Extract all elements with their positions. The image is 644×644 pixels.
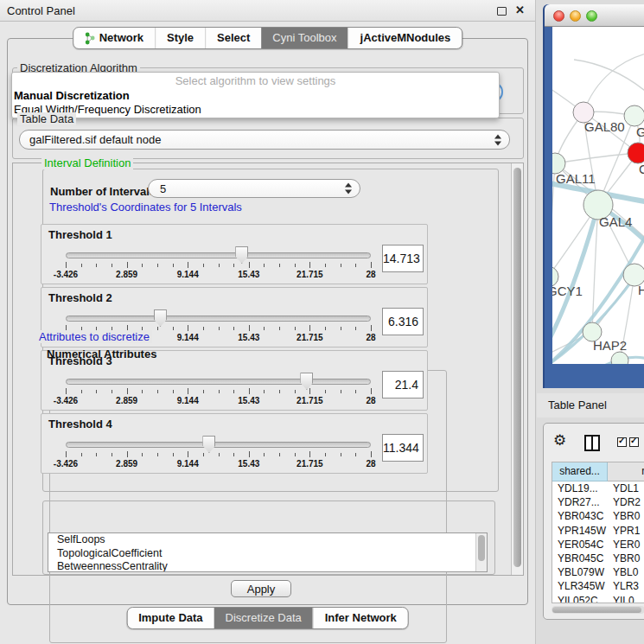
slider-tick: [96, 264, 97, 267]
table-row[interactable]: YBR045CYBR0: [552, 552, 644, 565]
slider-thumb[interactable]: [202, 436, 215, 453]
float-window-icon[interactable]: [497, 7, 507, 16]
threshold-label: Threshold 1: [48, 228, 112, 241]
table-row[interactable]: YBL079WYBL0: [552, 565, 644, 579]
table-data-label: Table Data: [17, 112, 76, 125]
tab-infer-network[interactable]: Infer Network: [313, 608, 408, 628]
slider-tick: [203, 327, 204, 330]
slider-tick: [279, 264, 280, 267]
slider-tick: [355, 453, 356, 456]
node-attribute-table[interactable]: shared... n YDL19...YDL1YDR27...YDR2YBR0…: [552, 462, 644, 603]
tab-cyni-toolbox[interactable]: Cyni Toolbox: [261, 28, 348, 48]
popup-option-equal-width-frequency-discretization[interactable]: Equal Width/Frequency Discretization: [12, 103, 499, 117]
table-row[interactable]: YIL052CYIL0: [552, 594, 644, 604]
table-row[interactable]: YDR27...YDR2: [552, 495, 644, 509]
zoom-traffic-icon[interactable]: [586, 10, 597, 22]
slider-tick-label: 2.859: [116, 459, 137, 469]
network-edge[interactable]: [574, 60, 644, 94]
node-label-gal11: GAL11: [556, 171, 596, 186]
close-icon[interactable]: [515, 0, 525, 21]
slider-tick: [341, 264, 341, 267]
slider-tick-label: -3.426: [54, 459, 78, 469]
minimize-traffic-icon[interactable]: [570, 10, 581, 22]
slider-track[interactable]: [66, 316, 371, 322]
table-row[interactable]: YLR345WYLR3: [552, 579, 644, 593]
tab-impute-data[interactable]: Impute Data: [127, 608, 214, 628]
slider-tick: [371, 262, 372, 268]
threshold-value-field[interactable]: 14.713: [382, 245, 424, 272]
table-cell: YDR2: [608, 495, 644, 509]
network-edge[interactable]: [555, 153, 638, 163]
slider-tick: [264, 390, 265, 393]
slider-tick-label: 21.715: [296, 459, 323, 469]
threshold-value-field[interactable]: 21.4: [382, 371, 424, 399]
threshold-value-field[interactable]: 11.344: [382, 434, 424, 462]
attribute-item-topologicalcoefficient[interactable]: TopologicalCoefficient: [48, 547, 487, 561]
slider-tick: [249, 325, 250, 331]
checkbox-icon[interactable]: [629, 437, 639, 447]
numerical-attributes-list[interactable]: SelfLoopsTopologicalCoefficientBetweenne…: [48, 532, 488, 572]
combo-spinner-icon[interactable]: [345, 183, 352, 194]
network-edge[interactable]: [583, 53, 644, 112]
column-header-name[interactable]: n: [608, 462, 644, 481]
apply-button[interactable]: Apply: [231, 580, 291, 597]
popup-option-manual-discretization[interactable]: Manual Discretization: [12, 89, 499, 103]
column-header-shared[interactable]: shared...: [552, 462, 608, 481]
table-row[interactable]: YER054CYER0: [552, 538, 644, 552]
slider-thumb[interactable]: [300, 373, 313, 390]
table-data-value: galFiltered.sif default node: [29, 131, 161, 149]
tab-style[interactable]: Style: [155, 28, 205, 48]
numerical-attributes-label: Numerical Attributes: [47, 348, 156, 360]
tab-select[interactable]: Select: [205, 28, 261, 48]
node-label-hap2: HAP2: [593, 338, 627, 353]
slider-tick-label: 21.715: [296, 396, 323, 405]
close-traffic-icon[interactable]: [553, 10, 564, 22]
node-label-ga: GA: [636, 124, 644, 139]
table-data-combobox[interactable]: galFiltered.sif default node: [19, 130, 510, 150]
network-node-ga[interactable]: [624, 105, 644, 126]
table-row[interactable]: YPR145WYPR1: [552, 524, 644, 538]
slider-tick: [341, 327, 341, 330]
split-column-icon[interactable]: [584, 435, 600, 451]
number-of-intervals-combobox[interactable]: 5: [148, 179, 360, 198]
slider-tick-label: -3.426: [54, 270, 78, 279]
horizontal-scrollbar[interactable]: [552, 606, 644, 614]
tab-discretize-data[interactable]: Discretize Data: [214, 608, 313, 628]
node-label-gal4: GAL4: [599, 214, 632, 229]
slider-tick: [188, 388, 188, 394]
list-scrollbar[interactable]: [475, 533, 487, 571]
table-row[interactable]: YDL19...YDL1: [552, 481, 644, 495]
slider-track[interactable]: [66, 252, 371, 258]
tab-jactivemnodules[interactable]: jActiveMNodules: [348, 28, 462, 48]
threshold-panels: Threshold 1 -3.4262.8599.14415.4321.7152…: [36, 207, 434, 480]
attribute-items: SelfLoopsTopologicalCoefficientBetweenne…: [48, 533, 487, 572]
scrollbar-thumb[interactable]: [478, 535, 485, 561]
slider-track[interactable]: [66, 379, 371, 385]
checkbox-icon[interactable]: [617, 437, 627, 447]
table-row[interactable]: YBR043CYBR0: [552, 509, 644, 523]
table-cell: YPR1: [608, 524, 644, 538]
threshold-value-field[interactable]: 6.316: [382, 308, 424, 335]
slider-tick: [66, 451, 67, 457]
slider-tick: [233, 390, 234, 393]
scrollbar-thumb[interactable]: [552, 607, 641, 613]
attribute-item-betweennesscentrality[interactable]: BetweennessCentrality: [48, 560, 487, 572]
scrollbar-thumb[interactable]: [513, 168, 521, 567]
slider-tick: [81, 390, 82, 393]
gear-icon[interactable]: [553, 431, 566, 450]
table-cell: YER054C: [552, 538, 608, 552]
slider-track[interactable]: [66, 442, 371, 448]
slider-tick: [173, 390, 174, 393]
attribute-item-selfloops[interactable]: SelfLoops: [48, 533, 487, 547]
slider-tick-label: 28: [366, 333, 375, 342]
combo-spinner-icon[interactable]: [494, 134, 501, 145]
slider-thumb[interactable]: [154, 309, 167, 327]
slider-thumb[interactable]: [235, 246, 248, 264]
network-node-unlabeled[interactable]: [611, 352, 628, 364]
network-node-c[interactable]: [628, 143, 644, 163]
network-edge[interactable]: [552, 163, 555, 277]
vertical-scrollbar[interactable]: [511, 163, 523, 575]
tab-network[interactable]: Network: [73, 28, 155, 48]
slider-tick: [157, 327, 158, 330]
network-canvas[interactable]: GAL80GACGAL11GAL4GCY1HHAP2: [552, 27, 644, 364]
